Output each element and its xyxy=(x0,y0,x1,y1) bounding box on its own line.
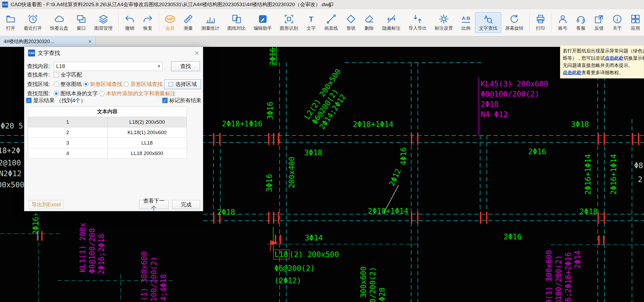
toolbar-button-recent[interactable]: 最近打开 xyxy=(20,12,46,33)
toolbar-button-annotset[interactable]: 标注设置 xyxy=(431,12,457,33)
dialog-close-icon[interactable]: × xyxy=(194,49,199,57)
find-content-value: L18 xyxy=(56,63,65,69)
toolbar-button-open[interactable]: 打开 xyxy=(2,12,20,33)
toolbar-label: 恢复 xyxy=(143,25,152,31)
toolbar-button-assistant[interactable]: 编辑助手 xyxy=(250,12,276,33)
scope-added-radio[interactable] xyxy=(99,91,105,96)
cad-annotation: L18(2) 200x500 xyxy=(273,250,339,259)
area-poly-radio[interactable] xyxy=(124,82,129,87)
notice-line-4: 点击此处查看更多详细教程。 xyxy=(563,69,641,76)
layers-icon xyxy=(98,14,109,24)
result-row[interactable]: 1L18(2) 200x500 xyxy=(28,117,187,127)
toolbar-button-account[interactable]: 账号 xyxy=(554,12,572,33)
find-button[interactable]: 查找 xyxy=(171,61,200,71)
toolbar-separator xyxy=(552,13,552,32)
toolbar-button-cloud[interactable]: 快看云盘 xyxy=(46,12,72,33)
toolbar-button-layers[interactable]: 图层管理 xyxy=(90,12,117,33)
cad-line xyxy=(213,135,214,221)
export-excel-button[interactable]: 导出到Excel xyxy=(29,200,64,209)
toolbar-label: 形状 xyxy=(346,25,356,31)
toolbar-button-ratio[interactable]: A:B比例 xyxy=(457,12,475,33)
cad-annotation: 2Φ16 xyxy=(504,233,522,241)
toolbar-button-shape[interactable]: 形状 xyxy=(342,12,360,33)
toolbar-button-compare[interactable]: 图纸对比 xyxy=(223,12,250,33)
toolbar-button-measure[interactable]: 测量 xyxy=(179,12,197,33)
dialog-titlebar[interactable]: CAD 文字查找 × xyxy=(24,47,203,59)
toolbar-button-stats[interactable]: 测量统计 xyxy=(197,12,223,33)
done-button[interactable]: 完成 xyxy=(172,200,200,209)
results-options-row: ✓ 显示结果 （找到4个） ✓ 标记所有结果 xyxy=(24,97,203,103)
toolbar-button-feedback[interactable]: 反馈 xyxy=(590,12,608,33)
area-rect-radio[interactable] xyxy=(83,82,88,87)
show-results-checkbox[interactable]: ✓ xyxy=(26,98,32,103)
display-issue-notice: 若打开图纸后出现显示异常问题（绿色多 烁等），您可以尝试点击此处切换显示模 无问… xyxy=(560,45,644,78)
toolbar-label: 比例 xyxy=(461,25,471,31)
cad-annotation: N2Φ12 xyxy=(0,169,21,178)
tab-close-icon[interactable]: × xyxy=(88,39,92,44)
toolbar-label: 撤销 xyxy=(125,25,134,31)
result-row[interactable]: 2KL18(1) 200x600 xyxy=(28,127,187,138)
toolbar-button-line[interactable]: 画直线 xyxy=(320,12,342,33)
toolbar-button-text[interactable]: T文字 xyxy=(302,12,320,33)
toolbar-button-window[interactable]: 窗口 xyxy=(72,12,90,33)
show-results-label: 显示结果 xyxy=(33,97,55,104)
impexp-icon xyxy=(412,14,423,24)
erase-icon xyxy=(364,14,374,24)
drawing-tab[interactable]: 4#楼结构图20230320… × xyxy=(0,36,96,47)
cad-line xyxy=(603,235,604,245)
toolbar-button-undo[interactable]: 撤销 xyxy=(121,12,139,33)
cad-annotation: 2Φ16+1Φ14 xyxy=(584,154,592,195)
results-header-row: 文本内容 xyxy=(28,107,187,117)
view-next-button[interactable]: 查看下一个 xyxy=(139,200,169,209)
scope-drawing-radio[interactable] xyxy=(54,91,59,96)
cad-line xyxy=(411,212,412,224)
toolbar-button-service[interactable]: 客服 xyxy=(572,12,590,33)
toolbar-button-hide[interactable]: 隐藏标注 xyxy=(378,12,404,33)
toolbar-button-print[interactable]: 打印 xyxy=(531,12,550,33)
cad-annotation: 2@100 xyxy=(0,159,21,167)
toolbar-button-rotate[interactable]: 屏幕旋转 xyxy=(501,12,527,33)
cad-line xyxy=(278,212,279,224)
cad-annotation: 2Φ16 xyxy=(269,48,277,66)
apps-icon xyxy=(630,14,641,24)
find-content-combobox[interactable]: L18 ▾ xyxy=(54,62,163,71)
toolbar-label: 测量统计 xyxy=(201,25,219,31)
cad-line xyxy=(273,212,274,224)
shape-icon xyxy=(346,14,356,24)
notice-tutorial-link[interactable]: 点击此处 xyxy=(563,70,581,75)
toolbar-label: 打印 xyxy=(536,25,545,31)
cad-line xyxy=(638,133,639,145)
redo-icon xyxy=(143,14,153,24)
svg-text:A:B: A:B xyxy=(462,16,470,21)
result-row[interactable]: 3LL18 xyxy=(28,138,187,148)
cad-annotation: 3Φ18 xyxy=(571,120,589,129)
window-restore-button[interactable] xyxy=(329,2,333,6)
toolbar-button-redo[interactable]: 恢复 xyxy=(139,12,157,33)
toolbar-button-impexp[interactable]: 导入导出 xyxy=(404,12,431,33)
toolbar-button-recognition[interactable]: 图形识别 xyxy=(276,12,302,33)
mark-all-checkbox[interactable]: ✓ xyxy=(162,98,168,103)
chevron-down-icon[interactable]: ▾ xyxy=(158,63,160,69)
cad-annotation: 2Φ16 xyxy=(528,148,546,156)
toolbar-button-apps[interactable]: 应用 xyxy=(626,12,644,33)
toolbar-button-erase[interactable]: 删除 xyxy=(360,12,378,33)
cad-annotation: L2(2) 200x500Φ6@200(2)2Φ14;2Φ12 xyxy=(303,67,358,131)
cad-line xyxy=(213,133,214,145)
scope-added-label: 本软件添加的文字和测量标注 xyxy=(106,90,176,97)
toolbar-button-about[interactable]: 关于 xyxy=(608,12,626,33)
text-icon: T xyxy=(306,14,316,24)
find-content-row: 查找内容: L18 ▾ 查找 xyxy=(24,61,203,71)
toolbar-button-findtext[interactable]: A文字查找 xyxy=(475,12,501,33)
result-row[interactable]: 4LL18 200x600 xyxy=(28,148,187,159)
notice-switch-link[interactable]: 点击此处 xyxy=(605,55,624,61)
cad-annotation: Φ6@200(2) xyxy=(274,264,315,273)
toolbar-button-vip[interactable]: VIP会员 xyxy=(161,12,179,33)
cad-annotation: Φ8 xyxy=(634,161,643,170)
select-area-label: 选择区域 xyxy=(175,81,197,88)
toolbar-label: 隐藏标注 xyxy=(382,25,400,31)
cad-line xyxy=(597,133,599,145)
area-whole-radio[interactable] xyxy=(54,82,59,87)
whole-word-checkbox[interactable] xyxy=(54,72,59,77)
cad-line xyxy=(487,135,487,221)
select-area-button[interactable]: 选择区域 xyxy=(164,80,201,89)
